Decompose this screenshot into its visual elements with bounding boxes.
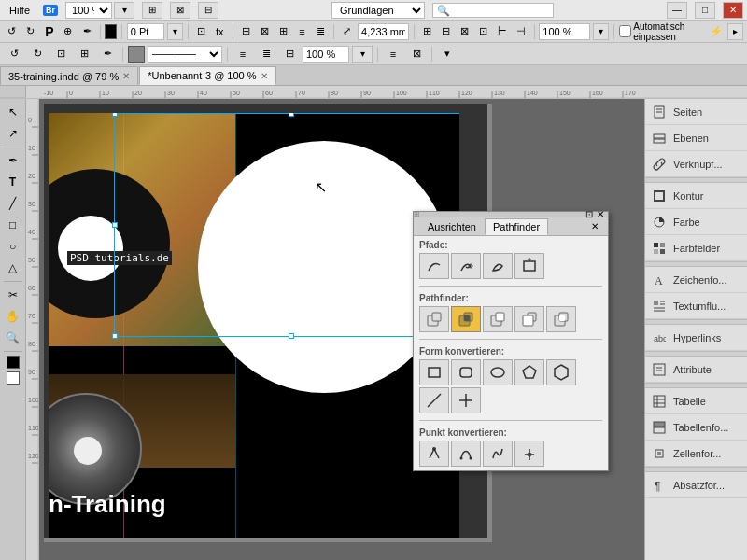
align-btn3[interactable]: ⊞: [275, 22, 291, 41]
pf-btn-intersect[interactable]: [451, 306, 481, 332]
tab-close-2[interactable]: ✕: [261, 71, 268, 81]
tool-zoom[interactable]: 🔍: [3, 328, 23, 348]
grid-btn2[interactable]: ⊟: [438, 22, 454, 41]
t2-align1[interactable]: ≡: [233, 45, 253, 63]
tool-hand[interactable]: ✋: [3, 306, 23, 327]
align-btn2[interactable]: ⊠: [257, 22, 273, 41]
pf-btn-unite[interactable]: [419, 306, 449, 332]
transform-tool[interactable]: ⊡: [193, 22, 209, 41]
t2-align3[interactable]: ⊟: [279, 45, 300, 63]
panel-farbe[interactable]: Farbe: [645, 209, 747, 235]
t2-align5[interactable]: ⊠: [406, 45, 427, 63]
panel-attribute[interactable]: Attribute: [645, 357, 747, 383]
tool-scissors[interactable]: ✂: [3, 285, 23, 305]
canvas-area[interactable]: PSD-tutorials.de n-Training: [39, 99, 644, 560]
pk-btn3[interactable]: [483, 441, 513, 467]
panel-kontur[interactable]: Kontur: [645, 183, 747, 209]
tool-polygon[interactable]: △: [3, 258, 23, 278]
tab-file1[interactable]: 35-training.indd @ 79 % ✕: [0, 66, 138, 85]
panel-farbfelder[interactable]: Farbfelder: [645, 235, 747, 261]
tool-stroke[interactable]: [7, 371, 20, 385]
t2-btn1[interactable]: ↺: [4, 45, 24, 63]
form-btn-ellipse[interactable]: [483, 359, 513, 385]
form-btn-rounded[interactable]: [451, 359, 481, 385]
select-tool[interactable]: ⊕: [60, 22, 76, 41]
grid-btn5[interactable]: ⊢: [494, 22, 510, 41]
view-btn3[interactable]: ⊟: [198, 2, 218, 19]
zoom-dropdown2[interactable]: ▾: [593, 23, 609, 40]
tool-text[interactable]: T: [3, 172, 23, 192]
pf-btn-exclude[interactable]: [546, 306, 576, 332]
form-btn-plus[interactable]: [451, 387, 481, 413]
tab-close-1[interactable]: ✕: [122, 71, 130, 81]
rotate-ccw-tool[interactable]: ↻: [22, 22, 38, 41]
pfade-btn1[interactable]: [419, 253, 449, 279]
pfade-btn3[interactable]: [483, 253, 513, 279]
pt-dropdown[interactable]: ▾: [167, 23, 183, 40]
pf-btn-subtract-back[interactable]: [514, 306, 544, 332]
maximize-button[interactable]: □: [695, 2, 715, 19]
t2-btn5[interactable]: ✒: [97, 45, 118, 63]
pf-btn-subtract[interactable]: [483, 306, 513, 332]
tool-line[interactable]: ╱: [3, 193, 23, 214]
tool-rect[interactable]: □: [3, 215, 23, 235]
t2-btn4[interactable]: ⊞: [74, 45, 94, 63]
panel-close[interactable]: ✕: [591, 221, 602, 231]
grid-btn1[interactable]: ⊞: [419, 22, 435, 41]
t2-align4[interactable]: ≡: [383, 45, 403, 63]
panel-zeichenfo[interactable]: A Zeichenfo...: [645, 267, 747, 293]
zoom-select[interactable]: 100 %: [65, 2, 112, 19]
form-btn-line[interactable]: [419, 387, 449, 413]
t2-zoom[interactable]: [303, 46, 349, 63]
grid-btn3[interactable]: ⊠: [457, 22, 472, 41]
t2-font-select[interactable]: ──────: [148, 46, 222, 63]
tool-fill[interactable]: [7, 356, 20, 369]
form-btn-rect[interactable]: [419, 359, 449, 385]
t2-arrow[interactable]: ▾: [437, 45, 458, 63]
close-button[interactable]: ✕: [723, 2, 743, 19]
fx-btn[interactable]: fx: [212, 22, 228, 41]
eyedropper-tool[interactable]: ✒: [79, 22, 95, 41]
rotate-cw-tool[interactable]: ↺: [4, 22, 20, 41]
form-btn-hex[interactable]: [546, 359, 576, 385]
pfade-btn4[interactable]: [514, 253, 544, 279]
view-btn2[interactable]: ⊠: [170, 2, 190, 19]
pt-input[interactable]: [127, 23, 164, 40]
minimize-button[interactable]: —: [667, 2, 687, 19]
panel-absatzfor[interactable]: ¶ Absatzfor...: [645, 472, 747, 498]
pk-btn2[interactable]: [451, 441, 481, 467]
tab-pathfinder[interactable]: Pathfinder: [485, 218, 548, 235]
tool-pen[interactable]: ✒: [3, 150, 23, 171]
t2-color[interactable]: [128, 46, 145, 63]
panel-zellenfor[interactable]: Zellenfor...: [645, 441, 747, 467]
workspace-select[interactable]: Grundlagen: [331, 2, 425, 19]
panel-tabelle[interactable]: Tabelle: [645, 388, 747, 414]
mm-input[interactable]: [358, 23, 409, 40]
zoom-dropdown[interactable]: ▾: [114, 2, 134, 19]
t2-zoom-dropdown[interactable]: ▾: [352, 46, 373, 63]
panel-ebenen[interactable]: Ebenen: [645, 125, 747, 151]
t2-btn2[interactable]: ↻: [27, 45, 48, 63]
search-input[interactable]: [432, 3, 554, 18]
grid-btn6[interactable]: ⊣: [513, 22, 529, 41]
type-tool[interactable]: P: [41, 22, 57, 41]
align-btn5[interactable]: ≣: [313, 22, 329, 41]
panel-close-top[interactable]: ✕: [597, 209, 608, 219]
panel-toggle[interactable]: ▸: [727, 23, 743, 40]
panel-tabellenfo[interactable]: Tabellenfo...: [645, 414, 747, 441]
align-btn1[interactable]: ⊟: [238, 22, 254, 41]
t2-align2[interactable]: ≣: [256, 45, 276, 63]
t2-btn3[interactable]: ⊡: [50, 45, 71, 63]
tool-direct[interactable]: ↗: [3, 123, 23, 144]
tab-ausrichten[interactable]: Ausrichten: [419, 218, 485, 235]
panel-verknuepf[interactable]: Verknüpf...: [645, 151, 747, 177]
menu-hilfe[interactable]: Hilfe: [4, 3, 35, 18]
align-btn4[interactable]: ≡: [294, 22, 310, 41]
color-swatch[interactable]: [105, 24, 117, 39]
pk-btn4[interactable]: [514, 441, 544, 467]
lightning-btn[interactable]: ⚡: [709, 22, 725, 41]
tab-file2[interactable]: *Unbenannt-3 @ 100 % ✕: [139, 66, 275, 85]
panel-textumflu[interactable]: Textumflu...: [645, 293, 747, 319]
pk-btn1[interactable]: [419, 441, 449, 467]
grid-btn4[interactable]: ⊡: [475, 22, 491, 41]
